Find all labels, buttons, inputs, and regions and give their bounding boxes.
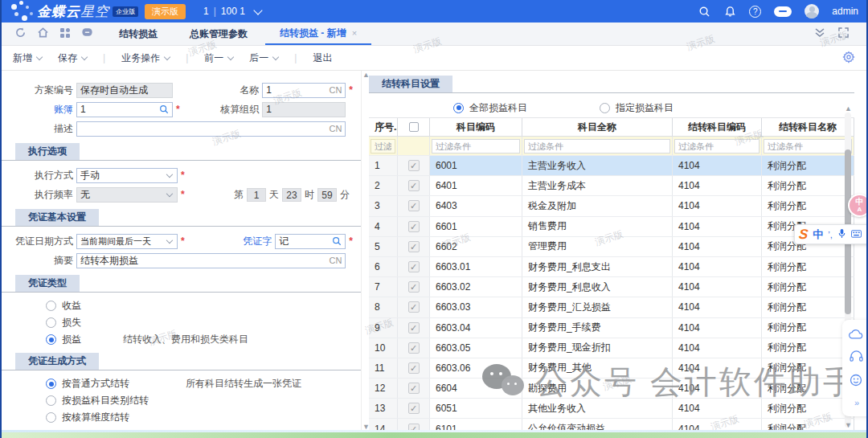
- row-select[interactable]: [398, 297, 430, 317]
- account-code[interactable]: 6051: [430, 399, 522, 418]
- row-select[interactable]: [398, 217, 430, 236]
- account-name[interactable]: 税金及附加: [522, 196, 673, 215]
- target-code[interactable]: 4104: [673, 399, 762, 418]
- target-name[interactable]: 利润分配: [762, 358, 854, 378]
- target-name[interactable]: 利润分配: [762, 338, 854, 358]
- radio-icon[interactable]: [600, 103, 610, 113]
- row-select[interactable]: [398, 257, 430, 276]
- avatar[interactable]: [805, 4, 819, 18]
- checkbox-icon[interactable]: [408, 362, 420, 374]
- account-name[interactable]: 主营业务收入: [522, 156, 673, 175]
- ledger-label[interactable]: 账簿: [15, 103, 73, 117]
- table-row[interactable]: 10 6603.05 财务费用_现金折扣 4104 利润分配: [369, 338, 854, 358]
- target-code[interactable]: 4104: [673, 379, 762, 398]
- target-name[interactable]: 利润分配: [762, 318, 854, 338]
- table-row[interactable]: 6 6603.01 财务费用_利息支出 4104 利润分配: [369, 257, 854, 277]
- account-code[interactable]: 6603.05: [430, 338, 522, 358]
- tab-carryforward[interactable]: 结转损益: [104, 23, 172, 45]
- row-select[interactable]: [398, 156, 430, 175]
- desc-field[interactable]: CN: [76, 121, 346, 137]
- table-row[interactable]: 1 6001 主营业务收入 4104 利润分配: [369, 156, 854, 176]
- target-name[interactable]: 利润分配: [762, 277, 854, 297]
- checkbox-icon[interactable]: [408, 301, 420, 313]
- account-name[interactable]: 财务费用_利息支出: [522, 257, 673, 276]
- org-selector[interactable]: 1 | 100 1: [203, 6, 261, 17]
- row-select[interactable]: [398, 399, 430, 418]
- target-name[interactable]: 利润分配: [762, 196, 854, 215]
- target-code[interactable]: 4104: [673, 257, 762, 276]
- account-name[interactable]: 财务费用_其他: [522, 358, 673, 378]
- checkbox-icon[interactable]: [408, 200, 420, 211]
- account-code[interactable]: 6403: [430, 196, 522, 215]
- target-code[interactable]: 4104: [673, 358, 762, 378]
- account-code[interactable]: 6602: [430, 237, 522, 256]
- account-code[interactable]: 6401: [430, 176, 522, 195]
- account-code[interactable]: 6604: [430, 379, 522, 398]
- row-select[interactable]: [398, 196, 430, 215]
- scope-specified-accounts[interactable]: 指定损益科目: [600, 101, 674, 115]
- tab-carryforward-new[interactable]: 结转损益 - 新增×: [265, 23, 371, 45]
- account-code[interactable]: 6603.03: [430, 297, 522, 317]
- ime-mic-icon[interactable]: [837, 228, 846, 241]
- radio-icon[interactable]: [46, 317, 56, 328]
- sogou-logo-icon[interactable]: S: [798, 227, 809, 243]
- radio-icon[interactable]: [453, 103, 464, 113]
- account-code[interactable]: 6603.04: [430, 318, 522, 338]
- account-code[interactable]: 6601: [430, 217, 522, 236]
- header-checkbox[interactable]: [409, 122, 419, 132]
- account-code[interactable]: 6001: [430, 156, 522, 175]
- checkbox-icon[interactable]: [408, 221, 420, 232]
- summary-field[interactable]: CN: [76, 253, 346, 268]
- table-row[interactable]: 12 6604 勘探费用 4104 利润分配: [369, 379, 854, 399]
- col-account-name[interactable]: 科目全称: [522, 118, 673, 136]
- gen-normal[interactable]: 按普通方式结转所有科目结转生成一张凭证: [2, 375, 361, 392]
- tab-gl-params[interactable]: 总账管理参数: [175, 23, 262, 45]
- row-select[interactable]: [398, 176, 430, 195]
- col-no[interactable]: 序号...: [369, 118, 398, 136]
- row-select[interactable]: [398, 338, 430, 358]
- account-code[interactable]: 6603.06: [430, 358, 522, 378]
- settings-gear-icon[interactable]: [842, 51, 855, 66]
- table-row[interactable]: 4 6601 销售费用 4104 利润分配: [369, 217, 854, 237]
- account-name[interactable]: 销售费用: [522, 217, 673, 236]
- table-row[interactable]: 9 6603.04 财务费用_手续费 4104 利润分配: [369, 318, 854, 338]
- account-name[interactable]: 财务费用_手续费: [522, 318, 673, 338]
- ime-punctuation[interactable]: ’,: [828, 230, 833, 239]
- checkbox-icon[interactable]: [408, 180, 420, 191]
- checkbox-icon[interactable]: [408, 241, 420, 252]
- target-code[interactable]: 4104: [673, 338, 762, 358]
- row-select[interactable]: [398, 379, 430, 398]
- name-field[interactable]: CN: [262, 83, 346, 98]
- target-code[interactable]: 4104: [673, 318, 762, 338]
- col-target-code[interactable]: 结转科目编码: [673, 118, 762, 136]
- left-scrollbar[interactable]: ▲ ▼: [361, 71, 369, 432]
- target-name[interactable]: 利润分配: [762, 379, 854, 398]
- account-code[interactable]: 6603.02: [430, 277, 522, 297]
- checkbox-icon[interactable]: [408, 383, 420, 394]
- checkbox-icon[interactable]: [408, 322, 420, 334]
- headset-icon[interactable]: [850, 350, 863, 365]
- account-name[interactable]: 勘探费用: [522, 379, 673, 398]
- row-select[interactable]: [398, 237, 430, 256]
- account-name[interactable]: 财务费用_现金折扣: [522, 338, 673, 358]
- cloud-icon[interactable]: [849, 329, 863, 342]
- account-name[interactable]: 管理费用: [522, 237, 673, 256]
- col-select[interactable]: [398, 118, 430, 136]
- floating-side-dock[interactable]: »: [842, 320, 868, 416]
- filter-target-code[interactable]: [673, 137, 762, 155]
- username[interactable]: admin: [832, 6, 858, 17]
- target-name[interactable]: 利润分配: [762, 399, 854, 418]
- save-button[interactable]: 保存: [58, 51, 87, 65]
- checkbox-icon[interactable]: [408, 261, 420, 272]
- filter-name[interactable]: [522, 137, 673, 155]
- voucher-type-income[interactable]: 收益: [2, 297, 361, 314]
- new-button[interactable]: 新增: [13, 51, 42, 65]
- target-code[interactable]: 4104: [673, 196, 762, 215]
- filter-code[interactable]: [430, 137, 522, 155]
- exit-button[interactable]: 退出: [313, 51, 332, 65]
- ledger-field[interactable]: [76, 102, 173, 117]
- account-name[interactable]: 财务费用_汇兑损益: [522, 297, 673, 317]
- account-code[interactable]: 6603.01: [430, 257, 522, 276]
- radio-icon[interactable]: [46, 301, 56, 311]
- ime-toolbar[interactable]: S 中 ’,: [794, 224, 868, 244]
